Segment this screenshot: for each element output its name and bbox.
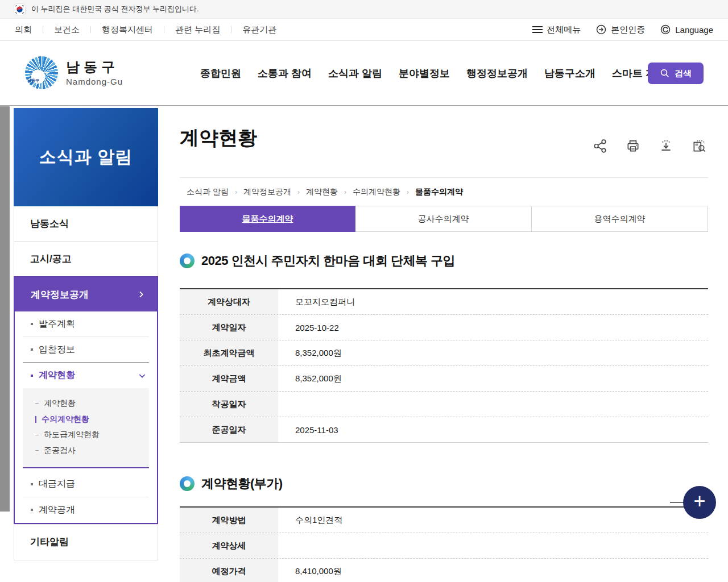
share-icon[interactable] (593, 139, 607, 153)
nav-item-news[interactable]: 소식과 알림 (328, 66, 382, 80)
nav-item-field-info[interactable]: 분야별정보 (399, 66, 450, 80)
dash-icon (35, 435, 39, 435)
row-label: 계약상대자 (180, 289, 285, 314)
utility-link-health-center[interactable]: 보건소 (43, 24, 90, 35)
breadcrumb-item[interactable]: 계약정보공개 (243, 187, 291, 197)
tab-goods-private-contract[interactable]: 물품수의계약 (180, 206, 355, 232)
table-row: 계약상대자 모꼬지오컴퍼니 (180, 289, 708, 315)
utility-link-related-sites[interactable]: 관련 누리집 (164, 24, 231, 35)
sidebar-subitem-label: 하도급계약현황 (44, 429, 100, 441)
tab-service-private-contract[interactable]: 용역수의계약 (532, 206, 708, 232)
login-arrow-icon (595, 24, 607, 35)
row-value: 8,410,000원 (285, 559, 708, 582)
row-value: 2025-10-22 (285, 315, 708, 340)
sidebar-subitem-private-contract-status[interactable]: 수의계약현황 (23, 411, 149, 427)
breadcrumb-item[interactable]: 계약현황 (306, 187, 338, 197)
row-label: 계약상세 (180, 533, 285, 558)
sidebar-subitem-label: 수의계약현황 (42, 413, 89, 426)
contract-type-tabs: 물품수의계약 공사수의계약 용역수의계약 (180, 206, 708, 232)
nav-item-communication[interactable]: 소통과 참여 (258, 66, 312, 80)
sidebar-group-title: 계약정보공개 (31, 288, 89, 301)
all-menu-button[interactable]: 전체메뉴 (532, 24, 581, 35)
row-value: 수의1인견적 (285, 508, 708, 533)
main-content: 계약현황 소식과 알림 › (180, 119, 708, 582)
sidebar-item-contract-disclosure[interactable]: 계약공개 (23, 497, 149, 523)
language-button[interactable]: Language (660, 24, 713, 35)
dash-icon (35, 450, 39, 451)
breadcrumb-item[interactable]: 수의계약현황 (353, 187, 400, 197)
row-value (285, 533, 708, 558)
table-row: 계약상세 (180, 533, 708, 559)
row-value (285, 392, 708, 417)
utility-link-council[interactable]: 의회 (15, 24, 43, 35)
hamburger-icon (532, 26, 543, 34)
sidebar-group-contract-info: 계약정보공개 발주계획 입찰정보 계약현황 계약현황 (14, 276, 158, 524)
sidebar-item-label: 계약현황 (39, 369, 132, 381)
identity-label: 본인인증 (611, 24, 645, 35)
sidebar-item-payment[interactable]: 대금지급 (23, 472, 149, 497)
official-banner: 이 누리집은 대한민국 공식 전자정부 누리집입니다. (0, 0, 728, 19)
quick-menu-toggle-button[interactable]: + (683, 486, 716, 519)
row-label: 계약금액 (180, 366, 285, 391)
row-value: 모꼬지오컴퍼니 (285, 289, 708, 314)
table-row: 최초계약금액 8,352,000원 (180, 340, 708, 366)
page-action-icons (593, 139, 706, 153)
sidebar-subitem-contract-status[interactable]: 계약현황 (23, 396, 149, 411)
row-label: 계약방법 (180, 508, 285, 533)
row-label: 준공일자 (180, 417, 285, 442)
breadcrumb-separator: › (235, 188, 237, 196)
sidebar-item-label: 계약공개 (39, 504, 75, 516)
active-bar-icon (35, 416, 36, 423)
sidebar-submenu-contract-status: 계약현황 수의계약현황 하도급계약현황 준공검사 (23, 388, 149, 468)
sidebar-item-label: 입찰정보 (39, 344, 75, 356)
official-banner-text: 이 누리집은 대한민국 공식 전자정부 누리집입니다. (31, 4, 199, 14)
nav-item-civil-services[interactable]: 종합민원 (200, 66, 241, 80)
download-icon[interactable] (659, 139, 673, 153)
table-row: 계약일자 2025-10-22 (180, 315, 708, 340)
breadcrumb-current: 물품수의계약 (415, 187, 463, 197)
search-button[interactable]: 검색 (648, 63, 704, 84)
print-icon[interactable] (626, 139, 640, 153)
namdonggu-logo-icon: 남동구 (25, 56, 58, 89)
nav-item-admin-info[interactable]: 행정정보공개 (466, 66, 528, 80)
sidebar-item-namdong-news[interactable]: 남동소식 (14, 206, 158, 242)
sidebar-subitem-completion-inspection[interactable]: 준공검사 (23, 443, 149, 459)
identity-verification-button[interactable]: 본인인증 (595, 24, 645, 35)
bullet-icon (31, 375, 33, 377)
breadcrumb-item[interactable]: 소식과 알림 (187, 187, 229, 197)
logo-subtitle: Namdong-Gu (66, 77, 123, 86)
sidebar-item-contract-info-disclosure[interactable]: 계약정보공개 (15, 277, 157, 311)
dash-icon (35, 403, 39, 404)
all-menu-label: 전체메뉴 (547, 24, 581, 35)
sidebar-title: 소식과 알림 (39, 146, 133, 169)
utility-link-organizations[interactable]: 유관기관 (231, 24, 287, 35)
page-title: 계약현황 (180, 125, 257, 151)
breadcrumb-separator: › (297, 188, 300, 196)
site-logo[interactable]: 남동구 남동구 Namdong-Gu (25, 56, 123, 89)
sidebar-item-other-notices[interactable]: 기타알림 (14, 525, 158, 560)
main-nav: 종합민원 소통과 참여 소식과 알림 분야별정보 행정정보공개 남동구소개 스마… (200, 41, 666, 106)
utility-link-welfare-center[interactable]: 행정복지센터 (91, 24, 164, 35)
bullet-icon (31, 348, 33, 351)
nav-item-about[interactable]: 남동구소개 (544, 66, 595, 80)
chevron-down-icon (138, 371, 147, 380)
sidebar-item-contract-status[interactable]: 계약현황 (23, 363, 149, 388)
contract-extra-table: 계약방법 수의1인견적 계약상세 예정가격 8,410,000원 (180, 506, 708, 582)
sidebar-subitem-subcontract-status[interactable]: 하도급계약현황 (23, 427, 149, 443)
sidebar-item-order-plan[interactable]: 발주계획 (23, 311, 149, 337)
row-value: 8,352,000원 (285, 340, 708, 365)
sidebar-item-label: 대금지급 (39, 478, 75, 490)
contract-extra-section-header: 계약현황(부가) (180, 475, 283, 492)
sidebar-subitem-label: 계약현황 (44, 397, 76, 410)
table-row: 계약방법 수의1인견적 (180, 508, 708, 533)
sidebar-item-notices[interactable]: 고시/공고 (14, 242, 158, 277)
contract-section-header: 2025 인천시 주민자치 한마음 대회 단체복 구입 (180, 252, 455, 269)
utility-links: 의회 보건소 행정복지센터 관련 누리집 유관기관 (15, 24, 287, 35)
tab-construction-private-contract[interactable]: 공사수의계약 (355, 206, 532, 232)
row-label: 최초계약금액 (180, 340, 285, 365)
sidebar-item-bid-info[interactable]: 입찰정보 (23, 337, 149, 363)
section-bullet-icon (180, 253, 195, 268)
table-row: 준공일자 2025-11-03 (180, 417, 708, 443)
document-zoom-icon[interactable] (692, 139, 706, 153)
logo-title: 남동구 (66, 59, 123, 76)
